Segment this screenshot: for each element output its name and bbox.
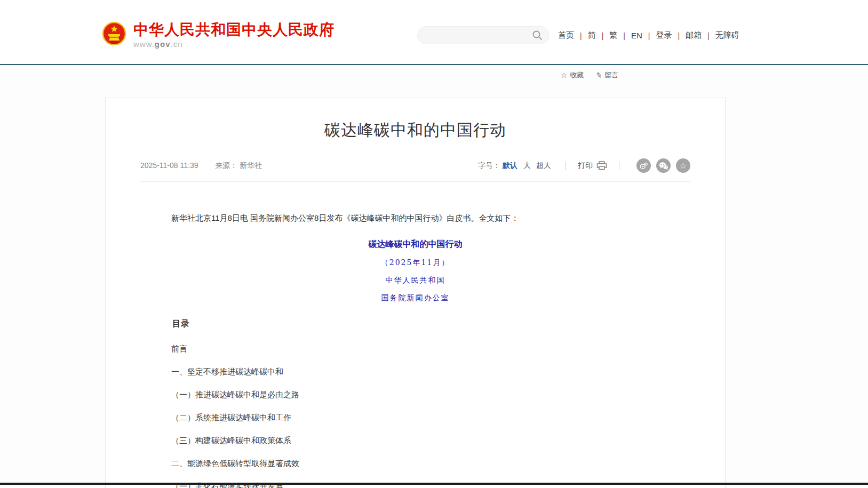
toc-item-1-3: （三）构建碳达峰碳中和政策体系 [155,436,675,444]
toc-item-1-2: （二）系统推进碳达峰碳中和工作 [155,413,675,421]
star-outline-icon: ☆ [561,71,568,79]
favorite-label: 收藏 [570,70,584,80]
page-actions: ☆ 收藏 ✎ 留言 [561,70,618,80]
article-meta-row: 2025-11-08 11:39 来源： 新华社 字号： 默认 大 超大 打印 [140,158,690,182]
nav-separator [707,31,710,40]
nav-separator [602,31,604,40]
article-source: 新华社 [240,161,262,170]
comment-label: 留言 [604,70,618,80]
printer-icon [596,161,607,170]
nav-traditional[interactable]: 繁 [609,30,617,41]
article-date: 2025-11-08 11:39 [140,161,198,170]
nav-separator [648,31,650,40]
wechat-share-button[interactable] [656,158,671,173]
national-emblem-icon [101,21,127,47]
nav-accessibility[interactable]: 无障碍 [715,30,739,41]
comment-button[interactable]: ✎ 留言 [596,70,619,80]
viewport-bottom-edge [0,483,868,485]
share-buttons: ☆ [631,158,690,173]
weibo-icon [639,161,648,170]
meta-separator [566,162,566,170]
search-input[interactable] [418,27,532,43]
nav-separator [580,31,582,40]
nav-mail[interactable]: 邮箱 [686,30,702,41]
site-title: 中华人民共和国中央人民政府 [133,21,335,38]
toc-item-1-1: （一）推进碳达峰碳中和是必由之路 [155,390,675,398]
search-icon[interactable] [532,30,543,41]
site-brand[interactable]: 中华人民共和国中央人民政府 www.gov.cn [101,21,335,49]
nav-separator [623,31,625,40]
article-card: 碳达峰碳中和的中国行动 2025-11-08 11:39 来源： 新华社 字号：… [105,98,726,488]
brand-text: 中华人民共和国中央人民政府 www.gov.cn [133,21,335,49]
lead-paragraph: 新华社北京11月8日电 国务院新闻办公室8日发布《碳达峰碳中和的中国行动》白皮书… [155,212,675,225]
document-date: （2025年11月） [155,258,675,268]
search-box[interactable] [417,26,550,44]
nav-simplified[interactable]: 简 [588,30,596,41]
toc-item-1: 一、坚定不移推进碳达峰碳中和 [155,367,675,375]
favorite-button[interactable]: ☆ 收藏 [561,70,584,80]
wechat-icon [659,162,668,170]
article-meta-left: 2025-11-08 11:39 来源： 新华社 [140,161,262,171]
article-meta-right: 字号： 默认 大 超大 打印 [478,158,690,173]
article-body: 新华社北京11月8日电 国务院新闻办公室8日发布《碳达峰碳中和的中国行动》白皮书… [140,212,690,488]
star-share-button[interactable]: ☆ [676,158,690,173]
nav-login[interactable]: 登录 [656,30,672,41]
meta-separator [619,162,619,170]
site-header: 中华人民共和国中央人民政府 www.gov.cn 首页 简 繁 EN 登录 邮箱 [0,0,868,64]
star-icon: ☆ [680,162,687,170]
page: 中华人民共和国中央人民政府 www.gov.cn 首页 简 繁 EN 登录 邮箱 [0,0,868,488]
document-org-line1: 中华人民共和国 [155,276,675,285]
toc-item-preface: 前言 [155,345,675,353]
header-divider [0,64,868,65]
toc-item-2: 二、能源绿色低碳转型取得显著成效 [155,459,675,467]
document-title: 碳达峰碳中和的中国行动 [155,239,675,250]
print-button[interactable]: 打印 [578,161,607,171]
top-nav: 首页 简 繁 EN 登录 邮箱 无障碍 [558,30,739,41]
fontsize-xlarge-button[interactable]: 超大 [536,161,551,171]
fontsize-label: 字号： [478,161,500,171]
article-title: 碳达峰碳中和的中国行动 [140,119,690,141]
pencil-icon: ✎ [595,70,602,80]
nav-home[interactable]: 首页 [558,30,574,41]
source-label: 来源： [215,161,237,170]
print-label: 打印 [578,161,593,171]
nav-english[interactable]: EN [631,31,642,40]
site-url: www.gov.cn [133,39,335,49]
document-org-line2: 国务院新闻办公室 [155,293,675,303]
fontsize-default-button[interactable]: 默认 [503,161,517,171]
toc-heading: 目录 [155,318,675,330]
weibo-share-button[interactable] [636,158,651,173]
nav-separator [678,31,680,40]
fontsize-large-button[interactable]: 大 [523,161,531,171]
